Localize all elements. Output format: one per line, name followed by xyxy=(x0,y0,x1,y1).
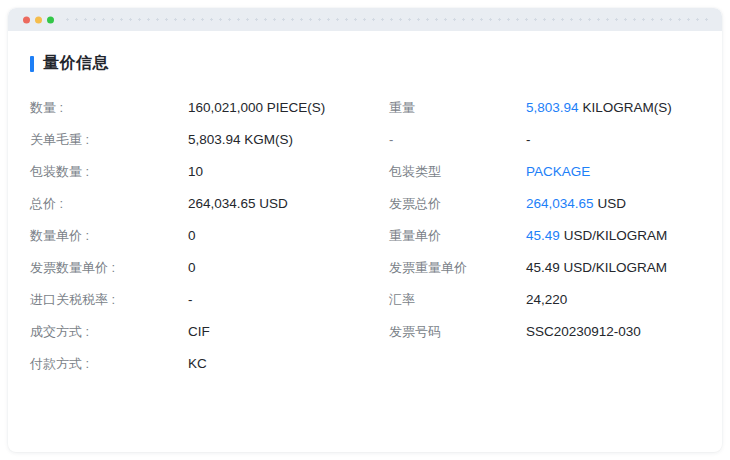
info-grid: 数量 : 160,021,000 PIECE(S) 重量 5,803.94KIL… xyxy=(30,92,700,380)
weight-unit-price-unit: USD/KILOGRAM xyxy=(564,228,668,243)
invoice-number-text: SSC20230912-030 xyxy=(526,324,641,339)
empty-value: - xyxy=(526,132,531,147)
package-type-link[interactable]: PACKAGE xyxy=(526,164,590,179)
titlebar-dotted-divider xyxy=(66,18,710,21)
field-value-invoice-weight-unit-price: 45.49 USD/KILOGRAM xyxy=(526,252,700,284)
field-label-payment-method: 付款方式 : xyxy=(30,348,188,380)
field-label-package-quantity: 包装数量 : xyxy=(30,156,188,188)
section-header: 量价信息 xyxy=(30,53,700,74)
weight-unit: KILOGRAM(S) xyxy=(583,100,672,115)
field-label-invoice-number: 发票号码 xyxy=(389,316,526,348)
field-value-weight: 5,803.94KILOGRAM(S) xyxy=(526,92,700,124)
field-value-quantity: 160,021,000 PIECE(S) xyxy=(188,92,389,124)
field-label-exchange-rate: 汇率 xyxy=(389,284,526,316)
field-value-blank xyxy=(526,348,700,380)
quantity-price-section: 量价信息 数量 : 160,021,000 PIECE(S) 重量 5,803.… xyxy=(8,31,722,380)
weight-link[interactable]: 5,803.94 xyxy=(526,100,579,115)
field-label-total-price: 总价 : xyxy=(30,188,188,220)
window-titlebar xyxy=(8,8,722,31)
window-controls xyxy=(23,16,54,23)
field-value-payment-method: KC xyxy=(188,348,389,380)
field-label-quantity: 数量 : xyxy=(30,92,188,124)
field-label-blank xyxy=(389,348,526,380)
invoice-total-link[interactable]: 264,034.65 xyxy=(526,196,594,211)
weight-unit-price-link[interactable]: 45.49 xyxy=(526,228,560,243)
browser-window: 量价信息 数量 : 160,021,000 PIECE(S) 重量 5,803.… xyxy=(8,8,722,452)
field-value-empty: - xyxy=(526,124,700,156)
field-value-total-price: 264,034.65 USD xyxy=(188,188,389,220)
field-label-invoice-quantity-unit-price: 发票数量单价 : xyxy=(30,252,188,284)
field-label-customs-gross-weight: 关单毛重 : xyxy=(30,124,188,156)
field-value-trade-terms: CIF xyxy=(188,316,389,348)
field-label-package-type: 包装类型 xyxy=(389,156,526,188)
field-label-trade-terms: 成交方式 : xyxy=(30,316,188,348)
field-value-package-quantity: 10 xyxy=(188,156,389,188)
minimize-button-icon[interactable] xyxy=(35,16,42,23)
close-button-icon[interactable] xyxy=(23,16,30,23)
field-value-exchange-rate: 24,220 xyxy=(526,284,700,316)
field-label-invoice-weight-unit-price: 发票重量单价 xyxy=(389,252,526,284)
field-value-invoice-quantity-unit-price: 0 xyxy=(188,252,389,284)
field-value-invoice-number: SSC20230912-030 xyxy=(526,316,700,348)
maximize-button-icon[interactable] xyxy=(47,16,54,23)
field-value-invoice-total: 264,034.65USD xyxy=(526,188,700,220)
field-label-weight-unit-price: 重量单价 xyxy=(389,220,526,252)
field-label-weight: 重量 xyxy=(389,92,526,124)
section-title: 量价信息 xyxy=(43,53,109,74)
field-label-empty: - xyxy=(389,124,526,156)
invoice-total-unit: USD xyxy=(598,196,627,211)
field-value-customs-gross-weight: 5,803.94 KGM(S) xyxy=(188,124,389,156)
field-label-invoice-total: 发票总价 xyxy=(389,188,526,220)
field-value-import-tariff-rate: - xyxy=(188,284,389,316)
exchange-rate-text: 24,220 xyxy=(526,292,567,307)
invoice-weight-unit-price-text: 45.49 USD/KILOGRAM xyxy=(526,260,667,275)
field-label-quantity-unit-price: 数量单价 : xyxy=(30,220,188,252)
field-value-package-type: PACKAGE xyxy=(526,156,700,188)
field-value-weight-unit-price: 45.49USD/KILOGRAM xyxy=(526,220,700,252)
field-label-import-tariff-rate: 进口关税税率 : xyxy=(30,284,188,316)
field-value-quantity-unit-price: 0 xyxy=(188,220,389,252)
title-accent-bar xyxy=(30,56,34,72)
